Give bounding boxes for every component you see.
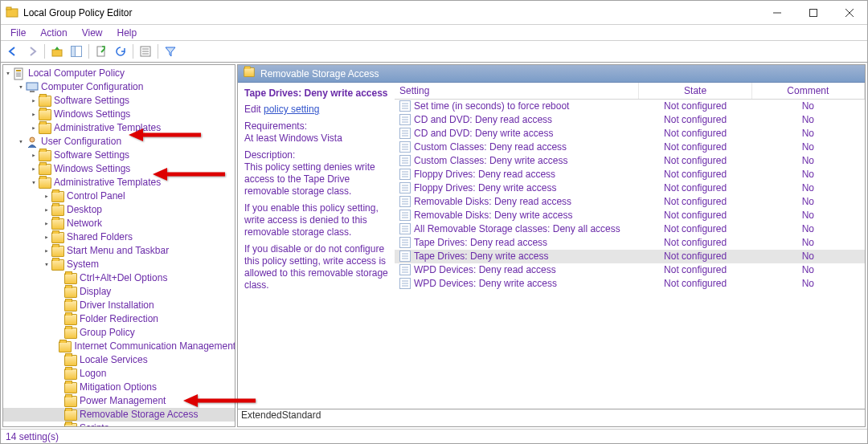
tree-twisty[interactable] [55, 367, 64, 381]
tree-twisty[interactable]: ▾ [29, 176, 39, 189]
menu-file[interactable]: File [4, 26, 32, 40]
description-text-3: If you disable or do not configure this … [244, 243, 388, 291]
tree-item-user-windows[interactable]: ▸Windows Settings [3, 162, 235, 176]
tree-twisty[interactable]: ▸ [29, 162, 39, 176]
tree-pane[interactable]: ▾Local Computer Policy▾Computer Configur… [2, 64, 235, 427]
menu-action[interactable]: Action [34, 26, 73, 40]
tree-item-windows-settings[interactable]: ▸Windows Settings [3, 108, 235, 121]
tree-twisty[interactable] [55, 285, 64, 299]
export-button[interactable] [92, 43, 110, 60]
tree-twisty[interactable] [55, 271, 64, 285]
setting-comment: No [751, 181, 864, 195]
tree-twisty[interactable]: ▸ [42, 230, 51, 244]
tree-item-user-config[interactable]: ▾User Configuration [3, 135, 235, 149]
tree-item-start-menu-and-taskbar[interactable]: ▸Start Menu and Taskbar [3, 244, 235, 258]
tree-item-root[interactable]: ▾Local Computer Policy [3, 67, 235, 80]
filter-button[interactable] [162, 43, 179, 60]
tree-item-internet-communication-management[interactable]: Internet Communication Management [3, 340, 235, 353]
tree-item-removable-storage-access[interactable]: Removable Storage Access [3, 408, 235, 422]
setting-name: Custom Classes: Deny read access [395, 141, 639, 154]
tree-twisty[interactable]: ▾ [16, 80, 26, 94]
setting-row[interactable]: Tape Drives: Deny read accessNot configu… [395, 236, 865, 250]
tree-item-software-settings[interactable]: ▸Software Settings [3, 94, 235, 108]
tab-extended[interactable]: Extended [241, 409, 282, 421]
setting-row[interactable]: Floppy Drives: Deny write accessNot conf… [395, 181, 865, 195]
setting-row[interactable]: Set time (in seconds) to force rebootNot… [395, 99, 865, 113]
tree-twisty[interactable]: ▸ [29, 149, 39, 162]
folder-icon [39, 177, 51, 189]
setting-row[interactable]: WPD Devices: Deny write accessNot config… [395, 277, 865, 291]
col-comment[interactable]: Comment [751, 83, 864, 99]
tree-item-control-panel[interactable]: ▸Control Panel [3, 189, 235, 203]
tree-item-shared-folders[interactable]: ▸Shared Folders [3, 230, 235, 244]
folder-icon [51, 190, 64, 203]
menu-help[interactable]: Help [111, 26, 144, 40]
tree-twisty[interactable]: ▾ [16, 135, 26, 149]
tree-item-display[interactable]: Display [3, 285, 235, 299]
policy-setting-link[interactable]: policy setting [264, 104, 319, 115]
tree-item-driver-installation[interactable]: Driver Installation [3, 299, 235, 312]
tree-twisty[interactable]: ▸ [42, 203, 51, 217]
tree-item-scripts[interactable]: Scripts [3, 422, 235, 427]
tree-item-desktop[interactable]: ▸Desktop [3, 203, 235, 217]
setting-row[interactable]: WPD Devices: Deny read accessNot configu… [395, 263, 865, 277]
tree-twisty[interactable] [55, 326, 64, 340]
tree-twisty[interactable]: ▸ [42, 244, 51, 258]
tree-item-computer-config[interactable]: ▾Computer Configuration [3, 80, 235, 94]
tree-item-folder-redirection[interactable]: Folder Redirection [3, 312, 235, 326]
col-setting[interactable]: Setting [395, 83, 639, 99]
tree-twisty[interactable]: ▾ [3, 67, 13, 80]
refresh-button[interactable] [112, 43, 129, 60]
policy-icon [399, 210, 411, 221]
setting-row[interactable]: Custom Classes: Deny write accessNot con… [395, 154, 865, 168]
tree-item-logon[interactable]: Logon [3, 367, 235, 381]
setting-row[interactable]: Floppy Drives: Deny read accessNot confi… [395, 168, 865, 181]
show-hide-button[interactable] [68, 43, 85, 60]
tree-item-user-software[interactable]: ▸Software Settings [3, 149, 235, 162]
close-button[interactable] [831, 1, 867, 24]
tree-item-administrative-templates[interactable]: ▸Administrative Templates [3, 121, 235, 135]
setting-row[interactable]: CD and DVD: Deny write accessNot configu… [395, 127, 865, 141]
tree-twisty[interactable]: ▸ [29, 108, 39, 121]
tree-twisty[interactable] [55, 381, 64, 394]
setting-row[interactable]: Removable Disks: Deny read accessNot con… [395, 195, 865, 209]
tree-twisty[interactable] [55, 394, 64, 408]
col-state[interactable]: State [639, 83, 751, 99]
tree-item-network[interactable]: ▸Network [3, 217, 235, 230]
tree-twisty[interactable] [55, 353, 64, 367]
tree-twisty[interactable] [55, 422, 64, 427]
setting-comment: No [751, 127, 864, 141]
tree-twisty[interactable] [55, 408, 64, 422]
tree-twisty[interactable] [55, 312, 64, 326]
maximize-button[interactable] [795, 1, 831, 24]
setting-state: Not configured [639, 127, 751, 141]
tree-twisty[interactable]: ▸ [29, 121, 39, 135]
forward-button[interactable] [23, 43, 41, 60]
tree-item-ctrl+alt+del-options[interactable]: Ctrl+Alt+Del Options [3, 271, 235, 285]
tree-item-locale-services[interactable]: Locale Services [3, 353, 235, 367]
up-button[interactable] [48, 43, 66, 60]
setting-row[interactable]: CD and DVD: Deny read accessNot configur… [395, 113, 865, 127]
back-button[interactable] [4, 43, 22, 60]
tree-item-group-policy[interactable]: Group Policy [3, 326, 235, 340]
description-text-2: If you enable this policy setting, write… [244, 202, 388, 238]
setting-name: Set time (in seconds) to force reboot [395, 99, 639, 113]
tree-twisty[interactable]: ▾ [42, 258, 51, 271]
tree-item-user-admin-templates[interactable]: ▾Administrative Templates [3, 176, 235, 189]
setting-row[interactable]: Tape Drives: Deny write accessNot config… [395, 250, 865, 263]
tab-standard[interactable]: Standard [282, 409, 321, 421]
tree-twisty[interactable]: ▸ [42, 189, 51, 203]
minimize-button[interactable] [759, 1, 795, 24]
tree-item-mitigation-options[interactable]: Mitigation Options [3, 381, 235, 394]
setting-row[interactable]: Removable Disks: Deny write accessNot co… [395, 209, 865, 222]
tree-twisty[interactable]: ▸ [29, 94, 39, 108]
tree-item-power-management[interactable]: Power Management [3, 394, 235, 408]
setting-row[interactable]: All Removable Storage classes: Deny all … [395, 222, 865, 236]
setting-row[interactable]: Custom Classes: Deny read accessNot conf… [395, 141, 865, 154]
tree-item-system[interactable]: ▾System [3, 258, 235, 271]
tree-twisty[interactable]: ▸ [42, 217, 51, 230]
menu-view[interactable]: View [76, 26, 109, 40]
settings-list[interactable]: Setting State Comment Set time (in secon… [395, 83, 865, 409]
tree-twisty[interactable] [55, 299, 64, 312]
properties-button[interactable] [137, 43, 154, 60]
